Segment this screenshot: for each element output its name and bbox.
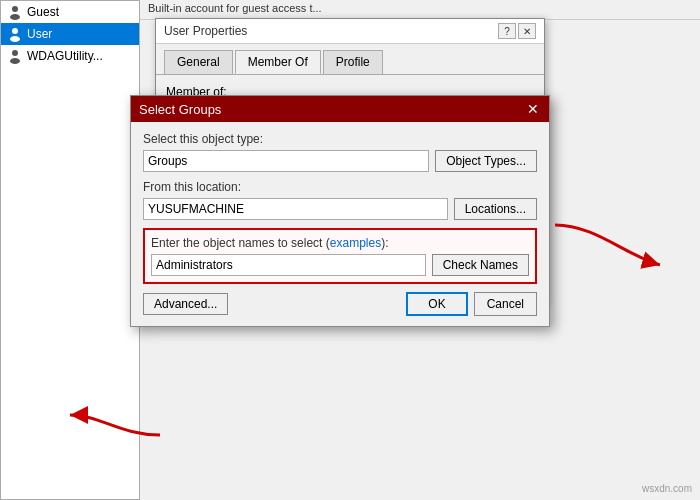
advanced-button[interactable]: Advanced...: [143, 293, 228, 315]
user-label: User: [27, 27, 52, 41]
locations-button[interactable]: Locations...: [454, 198, 537, 220]
object-names-label: Enter the object names to select (exampl…: [151, 236, 529, 250]
sg-titlebar: Select Groups ✕: [131, 96, 549, 122]
watermark: wsxdn.com: [642, 483, 692, 494]
titlebar-controls: ? ✕: [498, 23, 536, 39]
user-props-title: User Properties: [164, 24, 247, 38]
tab-general[interactable]: General: [164, 50, 233, 74]
examples-link[interactable]: examples: [330, 236, 381, 250]
wdag-label: WDAGUtility...: [27, 49, 103, 63]
object-type-label: Select this object type:: [143, 132, 537, 146]
tab-profile[interactable]: Profile: [323, 50, 383, 74]
dialog-tabs: General Member Of Profile: [156, 44, 544, 75]
list-item-user[interactable]: User: [1, 23, 139, 45]
svg-point-5: [10, 58, 20, 64]
svg-point-0: [12, 6, 18, 12]
object-names-input[interactable]: [151, 254, 426, 276]
svg-point-1: [10, 14, 20, 20]
check-names-button[interactable]: Check Names: [432, 254, 529, 276]
sg-ok-button[interactable]: OK: [406, 292, 467, 316]
arrow-add: [60, 385, 180, 445]
sg-ok-cancel: OK Cancel: [406, 292, 537, 316]
object-types-button[interactable]: Object Types...: [435, 150, 537, 172]
object-type-row: Object Types...: [143, 150, 537, 172]
tab-member-of[interactable]: Member Of: [235, 50, 321, 74]
select-groups-dialog: Select Groups ✕ Select this object type:…: [130, 95, 550, 327]
guest-icon: [7, 4, 23, 20]
wdag-icon: [7, 48, 23, 64]
guest-label: Guest: [27, 5, 59, 19]
user-icon: [7, 26, 23, 42]
location-field[interactable]: [143, 198, 448, 220]
info-bar: Built-in account for guest access t...: [140, 0, 700, 20]
svg-point-3: [10, 36, 20, 42]
close-titlebar-btn[interactable]: ✕: [518, 23, 536, 39]
sg-cancel-button[interactable]: Cancel: [474, 292, 537, 316]
object-names-section: Enter the object names to select (exampl…: [143, 228, 537, 284]
sg-title: Select Groups: [139, 102, 221, 117]
location-label: From this location:: [143, 180, 537, 194]
sg-bottom-row: Advanced... OK Cancel: [143, 292, 537, 316]
object-type-field[interactable]: [143, 150, 429, 172]
svg-point-2: [12, 28, 18, 34]
list-item-guest[interactable]: Guest: [1, 1, 139, 23]
user-props-titlebar: User Properties ? ✕: [156, 19, 544, 44]
arrow-object-names: [545, 215, 665, 295]
svg-point-4: [12, 50, 18, 56]
help-titlebar-btn[interactable]: ?: [498, 23, 516, 39]
sg-close-button[interactable]: ✕: [525, 101, 541, 117]
sg-body: Select this object type: Object Types...…: [131, 122, 549, 326]
list-item-wdag[interactable]: WDAGUtility...: [1, 45, 139, 67]
location-row: Locations...: [143, 198, 537, 220]
